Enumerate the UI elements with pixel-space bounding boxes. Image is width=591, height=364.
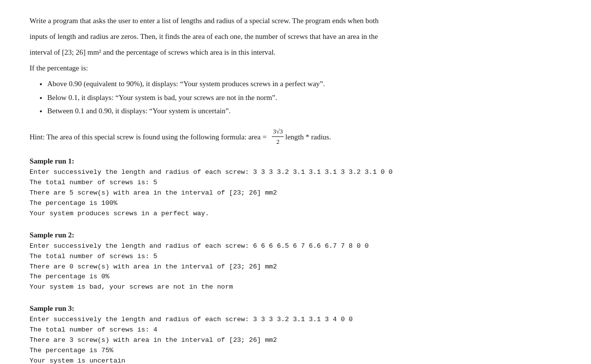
sample-run-2: Sample run 2: Enter successively the len…	[30, 231, 561, 293]
sample-run-3: Sample run 3: Enter successively the len…	[30, 304, 561, 364]
bullet-1: Above 0.90 (equivalent to 90%), it displ…	[47, 78, 561, 91]
condition-intro: If the percentage is:	[30, 62, 561, 74]
sample-3-code: Enter successively the length and radius…	[30, 315, 561, 364]
sample-2-code: Enter successively the length and radius…	[30, 241, 561, 293]
bullet-3: Between 0.1 and 0.90, it displays: “Your…	[47, 105, 561, 118]
fraction-numerator: 3√3	[272, 127, 284, 137]
desc-line3: interval of [23; 26] mm² and the percent…	[30, 46, 561, 58]
formula-fraction: 3√3 2	[272, 127, 284, 148]
problem-text: Write a program that asks the user to en…	[30, 15, 561, 118]
sample-1-title: Sample run 1:	[30, 157, 561, 165]
sample-3-title: Sample run 3:	[30, 304, 561, 313]
sample-1-code: Enter successively the length and radius…	[30, 167, 561, 219]
bullet-list: Above 0.90 (equivalent to 90%), it displ…	[47, 78, 561, 118]
samples-container: Sample run 1: Enter successively the len…	[30, 157, 561, 364]
desc-line2: inputs of length and radius are zeros. T…	[30, 31, 561, 42]
hint-formula: 3√3 2	[270, 127, 285, 148]
fraction-denominator: 2	[275, 137, 281, 147]
desc-line1: Write a program that asks the user to en…	[30, 15, 561, 27]
hint-prefix: Hint: The area of this special screw is …	[30, 131, 268, 143]
problem-description: Write a program that asks the user to en…	[30, 15, 561, 147]
hint-suffix: length * radius.	[285, 131, 331, 143]
sample-run-1: Sample run 1: Enter successively the len…	[30, 157, 561, 219]
sample-2-title: Sample run 2:	[30, 231, 561, 239]
bullet-2: Below 0.1, it displays: “Your system is …	[47, 92, 561, 104]
hint-line: Hint: The area of this special screw is …	[30, 127, 561, 148]
